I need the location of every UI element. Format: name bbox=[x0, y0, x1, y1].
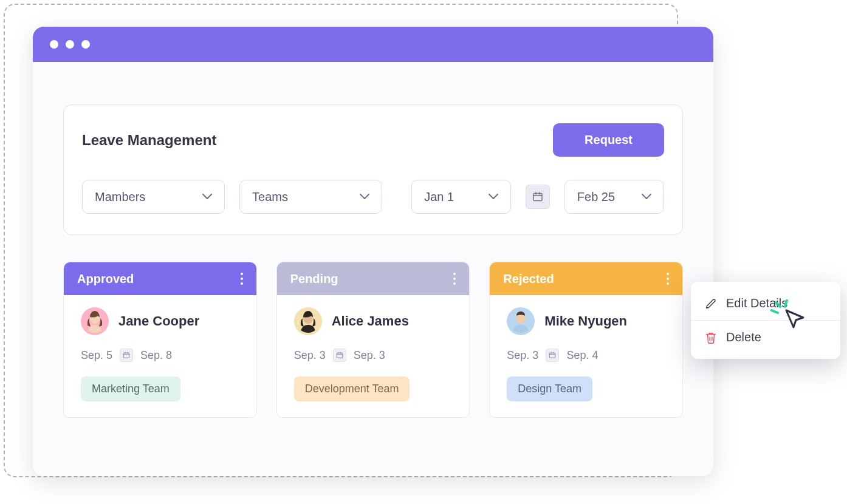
cursor-icon bbox=[768, 295, 811, 337]
svg-rect-0 bbox=[533, 194, 542, 201]
pending-column: Pending bbox=[276, 262, 470, 418]
approved-column: Approved bbox=[63, 262, 257, 418]
members-select-label: Mambers bbox=[95, 190, 145, 204]
chevron-down-icon bbox=[202, 194, 212, 200]
user-name: Alice James bbox=[332, 313, 409, 329]
members-select[interactable]: Mambers bbox=[82, 180, 225, 214]
calendar-icon bbox=[333, 349, 346, 362]
calendar-icon bbox=[120, 349, 133, 362]
app-window: Leave Management Request Mambers Teams bbox=[33, 27, 713, 476]
date-from-text: Sep. 3 bbox=[507, 349, 538, 362]
svg-rect-4 bbox=[337, 353, 342, 358]
user-name: Jane Cooper bbox=[118, 313, 199, 329]
rejected-header: Rejected bbox=[490, 262, 682, 295]
avatar bbox=[507, 307, 535, 335]
user-row: Alice James bbox=[294, 307, 453, 335]
svg-rect-2 bbox=[123, 353, 129, 358]
pencil-icon bbox=[704, 297, 718, 310]
chevron-down-icon bbox=[489, 194, 498, 200]
date-to-text: Sep. 4 bbox=[566, 349, 598, 362]
titlebar bbox=[33, 27, 713, 62]
teams-select[interactable]: Teams bbox=[239, 180, 382, 214]
approved-title: Approved bbox=[77, 272, 134, 286]
pending-title: Pending bbox=[290, 272, 338, 286]
date-range: Sep. 3 Sep. 4 bbox=[507, 349, 665, 362]
kebab-menu-icon[interactable] bbox=[667, 273, 669, 285]
team-tag: Design Team bbox=[507, 376, 592, 401]
window-dot[interactable] bbox=[81, 40, 90, 49]
content-area: Leave Management Request Mambers Teams bbox=[33, 62, 713, 436]
calendar-icon[interactable] bbox=[526, 185, 549, 209]
user-row: Mike Nyugen bbox=[507, 307, 665, 335]
window-dot[interactable] bbox=[50, 40, 58, 49]
calendar-icon bbox=[546, 349, 559, 362]
date-from-text: Sep. 5 bbox=[81, 349, 112, 362]
user-row: Jane Cooper bbox=[81, 307, 239, 335]
delete-label: Delete bbox=[726, 330, 761, 344]
avatar bbox=[294, 307, 322, 335]
date-to-text: Sep. 8 bbox=[140, 349, 172, 362]
context-menu: Edit Details Delete bbox=[691, 282, 840, 359]
trash-icon bbox=[704, 331, 718, 344]
teams-select-label: Teams bbox=[252, 190, 288, 204]
rejected-title: Rejected bbox=[503, 272, 554, 286]
request-button[interactable]: Request bbox=[553, 123, 664, 157]
date-to-label: Feb 25 bbox=[577, 190, 615, 204]
team-tag: Marketing Team bbox=[81, 376, 180, 401]
svg-rect-6 bbox=[550, 353, 555, 358]
date-to-select[interactable]: Feb 25 bbox=[564, 180, 664, 214]
kebab-menu-icon[interactable] bbox=[241, 273, 243, 285]
chevron-down-icon bbox=[642, 194, 651, 200]
page-title: Leave Management bbox=[82, 132, 216, 149]
approved-header: Approved bbox=[64, 262, 256, 295]
date-from-label: Jan 1 bbox=[424, 190, 454, 204]
pending-header: Pending bbox=[277, 262, 470, 295]
avatar bbox=[81, 307, 109, 335]
date-from-select[interactable]: Jan 1 bbox=[411, 180, 511, 214]
filter-panel: Leave Management Request Mambers Teams bbox=[63, 104, 683, 235]
menu-divider bbox=[691, 320, 840, 321]
window-dot[interactable] bbox=[66, 40, 74, 49]
date-from-text: Sep. 3 bbox=[294, 349, 326, 362]
date-range: Sep. 5 Sep. 8 bbox=[81, 349, 239, 362]
rejected-column: Rejected bbox=[489, 262, 683, 418]
user-name: Mike Nyugen bbox=[544, 313, 627, 329]
cards-row: Approved bbox=[63, 262, 683, 418]
date-range: Sep. 3 Sep. 3 bbox=[294, 349, 453, 362]
delete-menu-item[interactable]: Delete bbox=[691, 322, 840, 353]
edit-details-menu-item[interactable]: Edit Details bbox=[691, 288, 840, 319]
team-tag: Development Team bbox=[294, 376, 410, 401]
date-to-text: Sep. 3 bbox=[354, 349, 385, 362]
kebab-menu-icon[interactable] bbox=[453, 273, 456, 285]
window-controls bbox=[50, 40, 90, 49]
chevron-down-icon bbox=[360, 194, 369, 200]
